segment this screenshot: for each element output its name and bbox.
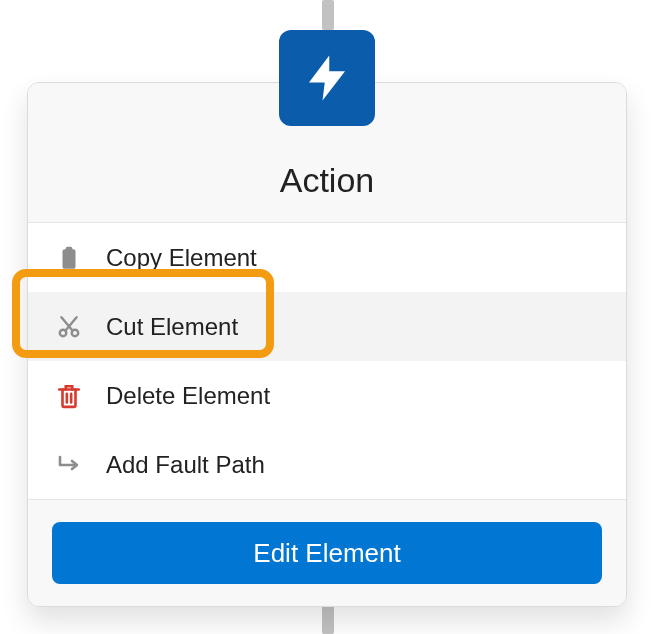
menu-item-copy-element[interactable]: Copy Element xyxy=(28,223,626,292)
fault-path-icon xyxy=(54,450,84,480)
menu-item-cut-element[interactable]: Cut Element xyxy=(28,292,626,361)
context-menu-list: Copy Element Cut Element xyxy=(28,223,626,499)
element-context-popover: Action Copy Element Cut Element xyxy=(27,82,627,607)
lightning-icon xyxy=(300,51,354,105)
menu-item-label: Add Fault Path xyxy=(106,451,265,479)
edit-element-button[interactable]: Edit Element xyxy=(52,522,602,584)
menu-item-delete-element[interactable]: Delete Element xyxy=(28,361,626,430)
svg-rect-0 xyxy=(63,249,76,269)
clipboard-icon xyxy=(54,243,84,273)
menu-item-add-fault-path[interactable]: Add Fault Path xyxy=(28,430,626,499)
svg-rect-1 xyxy=(66,246,73,251)
trash-icon xyxy=(54,381,84,411)
scissors-icon xyxy=(54,312,84,342)
menu-item-label: Cut Element xyxy=(106,313,238,341)
popover-title: Action xyxy=(28,161,626,200)
popover-footer: Edit Element xyxy=(28,499,626,606)
menu-item-label: Copy Element xyxy=(106,244,257,272)
action-node-icon-box xyxy=(279,30,375,126)
flow-connector-top xyxy=(322,0,334,30)
menu-item-label: Delete Element xyxy=(106,382,270,410)
